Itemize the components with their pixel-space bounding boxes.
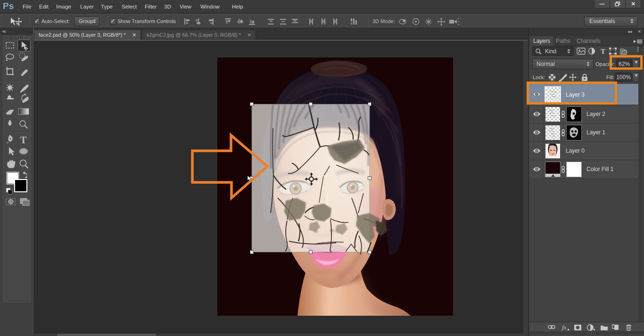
svg-text:T: T	[20, 135, 27, 145]
svg-text:fx: fx	[562, 324, 567, 331]
svg-text:T: T	[601, 48, 605, 55]
